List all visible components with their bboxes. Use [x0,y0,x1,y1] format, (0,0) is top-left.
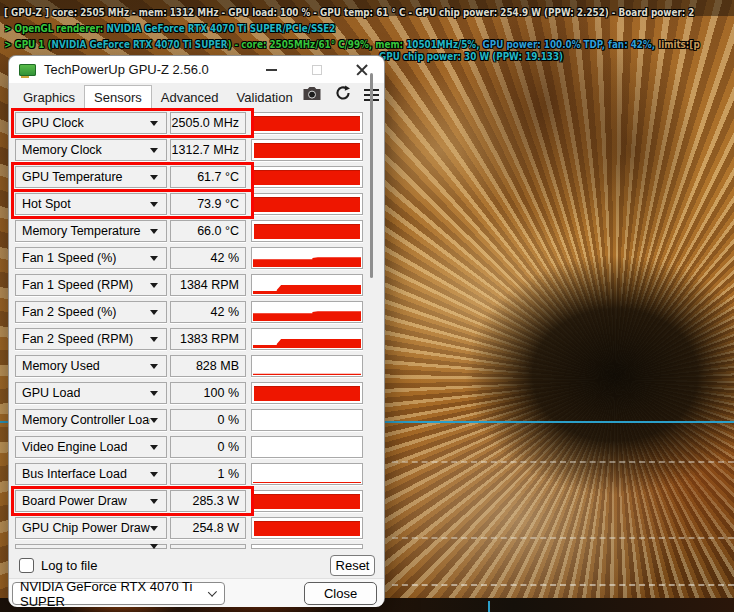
sensor-name-cell[interactable]: GPU Temperature [15,166,167,188]
sensor-name-cell[interactable]: GPU Load [15,382,167,404]
minimize-button[interactable] [249,56,294,83]
tab-graphics-card[interactable]: Graphics Card [14,88,84,109]
sensor-history-graph [251,139,363,161]
sensor-name-cell[interactable] [15,544,167,549]
sensor-dropdown-arrow-icon[interactable] [150,544,158,549]
sensor-name-cell[interactable]: Memory Temperature [15,220,167,242]
osd-graph-tick [488,601,490,612]
sensor-value-cell: 100 % [170,382,246,404]
tab-bar: Graphics CardSensorsAdvancedValidation [9,83,384,109]
sensor-label: Fan 2 Speed (RPM) [22,332,133,346]
osd-status-line-gpuz: [ GPU-Z ] core: 2505 MHz - mem: 1312 MHz… [4,6,694,19]
sensor-name-cell[interactable]: Fan 2 Speed (RPM) [15,328,167,350]
sensor-name-cell[interactable]: Memory Clock [15,139,167,161]
sensor-value: 0 % [217,440,239,454]
sensor-name-cell[interactable]: GPU Clock [15,112,167,134]
tab-advanced[interactable]: Advanced [152,88,228,109]
sensor-name-cell[interactable]: Video Engine Load [15,436,167,458]
sensor-name-cell[interactable]: Bus Interface Load [15,463,167,485]
sensor-list: GPU Clock 2505.0 MHz Memory Clock 1312.7… [9,109,384,553]
sensor-row: Fan 2 Speed (%) 42 % [15,301,384,323]
sensor-value-cell: 66.0 °C [170,220,246,242]
sensor-label: GPU Load [22,386,80,400]
sensor-value-cell: 42 % [170,301,246,323]
sensor-row: Video Engine Load 0 % [15,436,384,458]
sensor-value: 42 % [211,305,240,319]
window-title: TechPowerUp GPU-Z 2.56.0 [44,62,209,77]
sensor-value-cell: 254.8 W [170,517,246,539]
sensor-history-graph [251,382,363,404]
sensor-value-cell: 0 % [170,436,246,458]
sensor-dropdown-arrow-icon[interactable] [150,175,158,180]
sensor-history-graph [251,544,363,549]
sensor-dropdown-arrow-icon[interactable] [150,391,158,396]
sensor-name-cell[interactable]: Fan 1 Speed (%) [15,247,167,269]
refresh-icon[interactable] [335,85,351,105]
scrollbar-thumb[interactable] [370,73,373,278]
sensor-dropdown-arrow-icon[interactable] [150,202,158,207]
reset-button[interactable]: Reset [330,555,375,576]
background-dashed-line [392,461,734,463]
sensor-value: 0 % [217,413,239,427]
titlebar[interactable]: TechPowerUp GPU-Z 2.56.0 [9,56,384,83]
device-select[interactable]: NVIDIA GeForce RTX 4070 Ti SUPER [12,582,225,605]
sensor-dropdown-arrow-icon[interactable] [150,418,158,423]
sensor-dropdown-arrow-icon[interactable] [150,526,158,531]
tab-sensors[interactable]: Sensors [84,85,152,109]
sensor-row: Fan 1 Speed (%) 42 % [15,247,384,269]
bottom-bar: NVIDIA GeForce RTX 4070 Ti SUPER Close [9,578,384,607]
osd-text-segment: NVIDIA GeForce RTX 4070 Ti SUPER [52,38,228,51]
sensor-dropdown-arrow-icon[interactable] [150,229,158,234]
sensor-value-cell: 73.9 °C [170,193,246,215]
gpuz-app-icon [19,64,36,76]
sensor-history-graph [251,463,363,485]
sensor-row: Board Power Draw 285.3 W [15,490,384,512]
maximize-button [294,56,339,83]
sensor-dropdown-arrow-icon[interactable] [150,121,158,126]
sensor-name-cell[interactable]: GPU Chip Power Draw [15,517,167,539]
sensor-row: GPU Temperature 61.7 °C [15,166,384,188]
sensor-name-cell[interactable]: Memory Used [15,355,167,377]
sensor-row: Bus Interface Load 1 % [15,463,384,485]
gpuz-window: TechPowerUp GPU-Z 2.56.0 Graphics CardSe… [8,55,385,606]
sensor-label: Hot Spot [22,197,71,211]
sensor-label: Memory Controller Load [22,413,150,427]
sensor-name-cell[interactable]: Memory Controller Load [15,409,167,431]
sensor-dropdown-arrow-icon[interactable] [150,364,158,369]
sensor-dropdown-arrow-icon[interactable] [150,283,158,288]
sensor-label: Video Engine Load [22,440,127,454]
sensor-dropdown-arrow-icon[interactable] [150,310,158,315]
sensor-value-cell: 61.7 °C [170,166,246,188]
sensor-name-cell[interactable]: Fan 1 Speed (RPM) [15,274,167,296]
sensor-dropdown-arrow-icon[interactable] [150,499,158,504]
tab-validation[interactable]: Validation [228,88,302,109]
sensor-history-graph [251,274,363,296]
camera-icon[interactable] [302,86,322,105]
sensor-dropdown-arrow-icon[interactable] [150,337,158,342]
sensor-value-cell: 42 % [170,247,246,269]
device-select-value: NVIDIA GeForce RTX 4070 Ti SUPER [20,579,208,609]
close-button[interactable]: Close [304,582,377,605]
sensor-row [15,544,384,549]
sensor-dropdown-arrow-icon[interactable] [150,472,158,477]
sensor-name-cell[interactable]: Hot Spot [15,193,167,215]
sensor-label: Fan 1 Speed (%) [22,251,117,265]
sensor-value-cell: 1 % [170,463,246,485]
log-to-file-checkbox[interactable] [19,558,34,573]
sensor-history-graph [251,490,363,512]
sensor-value: 828 MB [196,359,239,373]
background-dashed-line [392,537,734,539]
osd-opengl-renderer-line: > OpenGL renderer: NVIDIA GeForce RTX 40… [4,22,335,35]
close-window-button[interactable] [339,56,384,83]
osd-text-segment: GPU chip power: 30 W (PPW: 19.133) [379,50,563,63]
sensor-label: Memory Clock [22,143,102,157]
log-to-file-label: Log to file [41,558,97,573]
sensor-dropdown-arrow-icon[interactable] [150,256,158,261]
sensor-dropdown-arrow-icon[interactable] [150,148,158,153]
sensor-history-graph [251,328,363,350]
sensor-name-cell[interactable]: Board Power Draw [15,490,167,512]
sensor-dropdown-arrow-icon[interactable] [150,445,158,450]
sensor-label: Fan 2 Speed (%) [22,305,117,319]
sensor-history-graph [251,220,363,242]
sensor-name-cell[interactable]: Fan 2 Speed (%) [15,301,167,323]
